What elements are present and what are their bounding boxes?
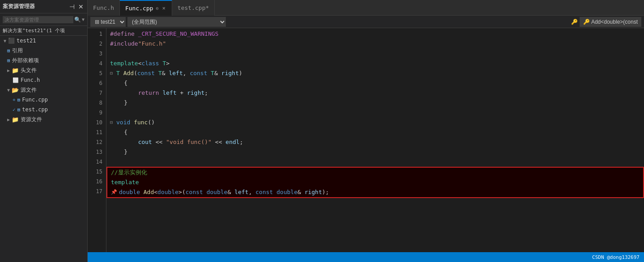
code-line-12: cout << "void func()" << endl ; bbox=[110, 137, 644, 147]
code-line-5: ⊟ T Add ( const T & left , const T & rig… bbox=[110, 68, 644, 78]
token-const2: const bbox=[190, 68, 207, 78]
tab-label: Func.h bbox=[93, 4, 114, 11]
search-icon: 🔍 bbox=[74, 17, 81, 23]
tab-test-cpp[interactable]: test.cpp* bbox=[172, 0, 215, 16]
sidebar-item-ref[interactable]: ⊞ 引用 bbox=[0, 46, 87, 55]
code-line-7: return left + right ; bbox=[110, 88, 644, 98]
sidebar-item-sources[interactable]: ▼ 📂 源文件 bbox=[0, 85, 87, 95]
token-left3: left bbox=[234, 187, 248, 197]
token-comment: //显示实例化 bbox=[111, 168, 147, 177]
token-double4: double bbox=[276, 187, 297, 197]
sidebar-item-label: 源文件 bbox=[21, 86, 37, 94]
token-Add2: Add bbox=[144, 187, 154, 197]
sidebar-item-label: Func.cpp bbox=[22, 97, 48, 103]
pin-icon: 📌 bbox=[111, 187, 117, 197]
tab-label: Func.cpp bbox=[125, 5, 153, 12]
sidebar-item-func-h[interactable]: ⬜ Func.h bbox=[0, 75, 87, 85]
sidebar-header-icons: ⊣ ✕ bbox=[68, 2, 85, 11]
key-icon: 🔑 bbox=[571, 19, 578, 25]
token-define: #define bbox=[110, 29, 135, 39]
expand-arrow-icon: ▶ bbox=[7, 68, 10, 73]
sidebar-item-label: test.cpp bbox=[22, 106, 48, 113]
token-const4: const bbox=[255, 187, 273, 197]
pin-button[interactable]: ⊣ bbox=[68, 2, 76, 11]
search-input[interactable] bbox=[3, 16, 73, 23]
line-numbers: 1 2 3 4 5 6 7 8 9 10 11 12 13 14 15 16 1… bbox=[88, 28, 106, 252]
main-editor: Func.h Func.cpp ⊙ ✕ test.cpp* ⊞ test21 (… bbox=[88, 0, 644, 262]
sidebar-item-test-cpp[interactable]: ✓ ⊞ test.cpp bbox=[0, 105, 87, 114]
token-include: #include bbox=[110, 39, 138, 49]
token-type-T: T bbox=[116, 68, 120, 78]
line-num-8: 8 bbox=[88, 98, 102, 108]
sidebar-item-func-cpp[interactable]: + ⊞ Func.cpp bbox=[0, 95, 87, 105]
project-icon: ⬛ bbox=[8, 38, 15, 44]
sidebar-item-label: Func.h bbox=[21, 77, 40, 83]
sidebar-item-test21[interactable]: ▼ ⬛ test21 bbox=[0, 36, 87, 46]
line-num-1: 1 bbox=[88, 29, 102, 39]
token-string: "Func.h" bbox=[138, 39, 166, 49]
token-func-Add: Add bbox=[123, 68, 134, 78]
code-line-1: #define _CRT_SECURE_NO_WARNINGS bbox=[110, 29, 644, 39]
func-dropdown[interactable]: 🔑 Add<double>(const bbox=[580, 17, 641, 27]
project-dropdown[interactable]: ⊞ test21 bbox=[90, 17, 126, 27]
expand-arrow-icon: ▼ bbox=[4, 38, 6, 43]
fold-icon-2[interactable]: ⊟ bbox=[110, 118, 115, 127]
search-arrow-icon: ▼ bbox=[82, 17, 85, 22]
token-endl: endl bbox=[225, 137, 239, 147]
line-num-2: 2 bbox=[88, 39, 102, 49]
close-sidebar-button[interactable]: ✕ bbox=[77, 2, 85, 11]
sidebar-item-label: 资源文件 bbox=[21, 116, 42, 123]
code-line-16: template bbox=[111, 177, 643, 187]
code-line-15: //显示实例化 bbox=[111, 168, 643, 177]
token-T3: T bbox=[211, 68, 214, 78]
file-h-icon: ⬜ bbox=[13, 77, 19, 83]
token-return: return bbox=[138, 88, 159, 98]
token-double3: double bbox=[207, 187, 228, 197]
token-right3: right bbox=[305, 187, 322, 197]
folder-icon: 📁 bbox=[12, 67, 19, 74]
token-template: template bbox=[110, 59, 138, 68]
sidebar-item-label: 头文件 bbox=[21, 67, 37, 74]
line-num-13: 13 bbox=[88, 147, 102, 157]
expand-arrow-icon: ▼ bbox=[7, 88, 10, 93]
fold-icon[interactable]: ⊟ bbox=[110, 68, 115, 78]
code-line-8: } bbox=[110, 98, 644, 108]
line-num-9: 9 bbox=[88, 108, 102, 118]
tab-func-h[interactable]: Func.h bbox=[88, 0, 120, 16]
code-line-4: template < class T > bbox=[110, 59, 644, 68]
file-cpp-icon: ✓ bbox=[13, 107, 16, 113]
sidebar-search-bar: 🔍 ▼ bbox=[0, 13, 87, 26]
line-num-7: 7 bbox=[88, 88, 102, 98]
sidebar-title: 案资源管理器 bbox=[3, 3, 35, 10]
token-left2: left bbox=[162, 88, 176, 98]
token-double: double bbox=[119, 187, 140, 197]
sidebar-item-headers[interactable]: ▶ 📁 头文件 bbox=[0, 65, 87, 75]
sidebar-item-label: test21 bbox=[17, 38, 36, 44]
token-class: class bbox=[141, 59, 159, 68]
external-icon: ⊞ bbox=[7, 58, 10, 63]
code-line-11: { bbox=[110, 127, 644, 137]
sidebar-header: 案资源管理器 ⊣ ✕ bbox=[0, 0, 87, 13]
cpp-icon: ⊞ bbox=[17, 107, 21, 113]
code-line-13: } bbox=[110, 147, 644, 157]
tab-label: test.cpp* bbox=[178, 4, 209, 11]
cpp-icon: ⊞ bbox=[17, 97, 21, 103]
scope-dropdown[interactable]: (全局范围) bbox=[127, 17, 226, 27]
line-num-15: 15 bbox=[88, 167, 102, 177]
code-line-9 bbox=[110, 108, 644, 118]
tab-close-button[interactable]: ✕ bbox=[161, 4, 166, 12]
tab-func-cpp[interactable]: Func.cpp ⊙ ✕ bbox=[120, 0, 172, 16]
sidebar-item-external[interactable]: ⊞ 外部依赖项 bbox=[0, 55, 87, 65]
token-str2: "void func()" bbox=[166, 137, 212, 147]
token-brace-open: { bbox=[110, 78, 127, 88]
code-line-6: { bbox=[110, 78, 644, 88]
sidebar-item-resources[interactable]: ▶ 📁 资源文件 bbox=[0, 114, 87, 124]
token-void: void bbox=[116, 118, 130, 127]
code-line-14 bbox=[110, 157, 644, 167]
code-area[interactable]: #define _CRT_SECURE_NO_WARNINGS #include… bbox=[106, 28, 644, 252]
sidebar-item-label: 引用 bbox=[12, 47, 23, 55]
token-right2: right bbox=[187, 88, 204, 98]
line-num-11: 11 bbox=[88, 127, 102, 137]
highlight-region: //显示实例化 template 📌 double Add < double >… bbox=[106, 167, 644, 198]
code-editor: 1 2 3 4 5 6 7 8 9 10 11 12 13 14 15 16 1… bbox=[88, 28, 644, 252]
